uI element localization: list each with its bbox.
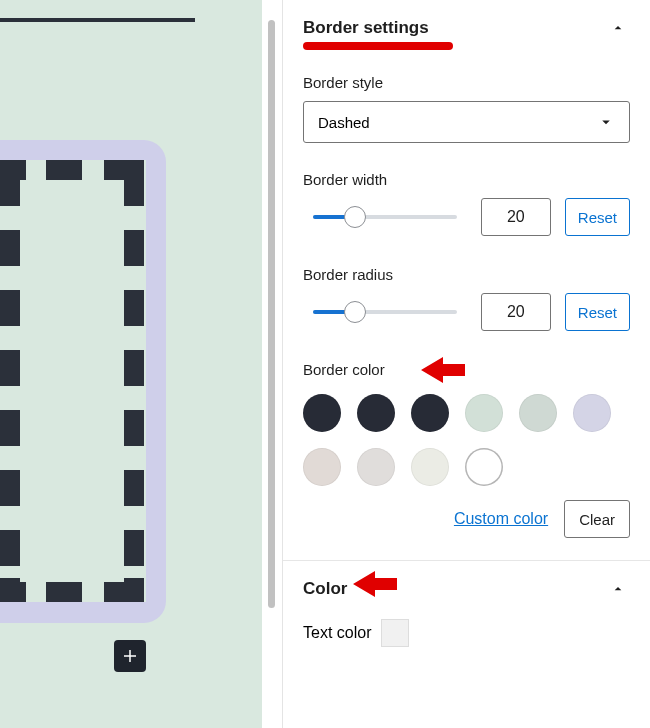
border-width-field: Border width Reset [303, 171, 630, 236]
border-style-value: Dashed [318, 114, 370, 131]
border-radius-field: Border radius Reset [303, 266, 630, 331]
border-radius-label: Border radius [303, 266, 630, 283]
border-settings-section: Border settings Border style Dashed Bord… [283, 0, 650, 561]
border-width-reset[interactable]: Reset [565, 198, 630, 236]
scrollbar-thumb[interactable] [268, 20, 275, 608]
color-swatch[interactable] [411, 394, 449, 432]
border-radius-input[interactable] [481, 293, 551, 331]
text-color-label: Text color [303, 624, 371, 642]
selected-block[interactable] [0, 140, 166, 623]
color-section-toggle[interactable]: Color [303, 577, 630, 601]
color-swatch[interactable] [357, 394, 395, 432]
border-width-label: Border width [303, 171, 630, 188]
border-style-label: Border style [303, 74, 630, 91]
border-style-select[interactable]: Dashed [303, 101, 630, 143]
chevron-down-icon [597, 113, 615, 131]
color-section: Color Text color [283, 561, 650, 647]
border-width-input[interactable] [481, 198, 551, 236]
color-swatch[interactable] [465, 394, 503, 432]
color-swatch[interactable] [573, 394, 611, 432]
color-swatch[interactable] [357, 448, 395, 486]
color-swatch[interactable] [303, 394, 341, 432]
border-settings-toggle[interactable]: Border settings [303, 16, 630, 40]
block-divider [0, 18, 195, 22]
border-width-slider[interactable] [303, 203, 467, 231]
border-color-swatches [303, 394, 630, 486]
color-section-title: Color [303, 579, 347, 599]
chevron-up-icon [606, 577, 630, 601]
color-swatch[interactable] [465, 448, 503, 486]
canvas-scrollbar[interactable] [262, 0, 282, 728]
border-style-field: Border style Dashed [303, 74, 630, 143]
clear-color-button[interactable]: Clear [564, 500, 630, 538]
text-color-field: Text color [303, 619, 630, 647]
annotation-underline [303, 42, 453, 50]
border-settings-title: Border settings [303, 18, 429, 38]
color-swatch[interactable] [411, 448, 449, 486]
border-color-field: Border color Custom color Clear [303, 361, 630, 538]
add-block-button[interactable] [114, 640, 146, 672]
border-color-label: Border color [303, 361, 630, 378]
custom-color-link[interactable]: Custom color [454, 510, 548, 528]
color-swatch[interactable] [303, 448, 341, 486]
color-swatch[interactable] [519, 394, 557, 432]
border-radius-reset[interactable]: Reset [565, 293, 630, 331]
text-color-swatch[interactable] [381, 619, 409, 647]
settings-panel: Border settings Border style Dashed Bord… [282, 0, 650, 728]
plus-icon [121, 647, 139, 665]
border-radius-slider[interactable] [303, 298, 467, 326]
chevron-up-icon [606, 16, 630, 40]
editor-canvas[interactable] [0, 0, 262, 728]
